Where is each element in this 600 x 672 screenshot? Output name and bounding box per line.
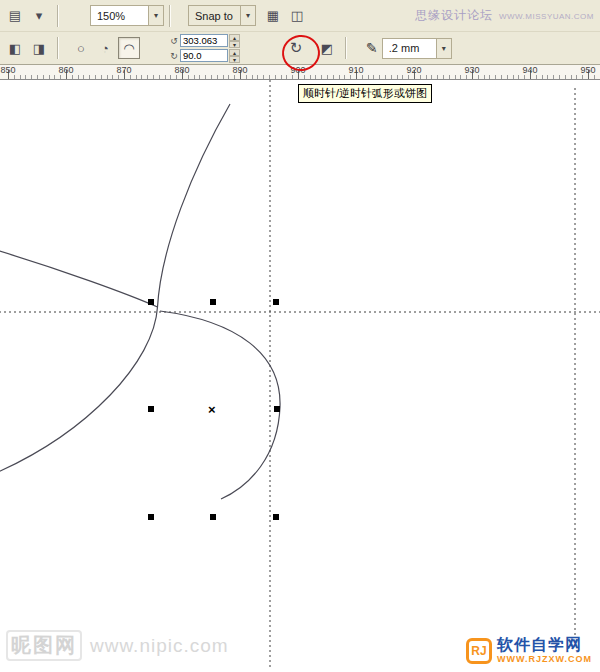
property-bar: ◧ ◨ ○ ◔ ◠ ↺ 303.063 ▴ ▾ ↻ 90.0 ▴ ▾ — [0, 32, 600, 65]
start-angle-input[interactable]: 303.063 — [180, 34, 228, 47]
view-button[interactable]: ◫ — [286, 5, 308, 27]
spin-up-icon[interactable]: ▴ — [229, 34, 240, 41]
ruler-label: 900 — [290, 65, 305, 75]
snap-to-label: Snap to — [189, 10, 240, 22]
curve-object-left-arc[interactable] — [0, 250, 158, 307]
ruler-label: 860 — [58, 65, 73, 75]
grid-icon: ▤ — [9, 8, 21, 23]
end-angle-input[interactable]: 90.0 — [180, 49, 228, 62]
arc-mode-button[interactable]: ◠ — [118, 37, 140, 59]
zoom-value: 150% — [91, 10, 148, 22]
ellipse-mode-button[interactable]: ○ — [70, 37, 92, 59]
rjzxw-title: 软件自学网 — [497, 637, 592, 653]
spin-up-icon[interactable]: ▴ — [229, 49, 240, 56]
end-angle-row: ↻ 90.0 ▴ ▾ — [168, 49, 240, 63]
ellipse-mode-group: ○ ◔ ◠ — [70, 37, 142, 59]
forum-name: 思缘设计论坛 — [415, 7, 493, 24]
spin-down-icon[interactable]: ▾ — [229, 56, 240, 63]
flyout-arrow-icon: ▾ — [36, 8, 43, 23]
rjzxw-logo-text: 软件自学网 WWW.RJZXW.COM — [497, 637, 592, 664]
toolbar-flyout-button[interactable]: ▾ — [28, 5, 50, 27]
nipic-watermark: 昵图网 www.nipic.com — [6, 630, 229, 661]
end-angle-icon: ↻ — [168, 51, 180, 61]
end-angle-spinner[interactable]: ▴ ▾ — [229, 49, 240, 63]
app-window: × ▤ ▾ 150% ▾ Snap to ▾ ▦ ◫ 思缘设计论坛 WWW.MI… — [0, 0, 600, 672]
snap-to-dropdown[interactable]: Snap to ▾ — [188, 5, 256, 26]
ruler-label: 870 — [116, 65, 131, 75]
ruler-label: 910 — [348, 65, 363, 75]
separator — [169, 5, 171, 27]
outline-width-value: .2 mm — [383, 42, 436, 54]
arc-icon: ◠ — [123, 41, 134, 56]
curve-object-large[interactable] — [0, 104, 230, 473]
tooltip: 顺时针/逆时针弧形或饼图 — [298, 84, 432, 103]
start-angle-row: ↺ 303.063 ▴ ▾ — [168, 34, 240, 48]
nipic-site-name: 昵图网 — [6, 630, 82, 661]
ruler-label: 920 — [406, 65, 421, 75]
options-icon: ▦ — [267, 8, 279, 23]
ellipse-icon: ○ — [77, 41, 85, 56]
selected-arc-object[interactable] — [160, 311, 280, 499]
node-left-icon: ◧ — [9, 41, 21, 56]
standard-toolbar: ▤ ▾ 150% ▾ Snap to ▾ ▦ ◫ 思缘设计论坛 WWW.MISS… — [0, 0, 600, 32]
node-right-icon: ◨ — [33, 41, 45, 56]
forum-url: WWW.MISSYUAN.COM — [499, 12, 594, 21]
node-edit-button-1[interactable]: ◧ — [4, 37, 26, 59]
pie-mode-button[interactable]: ◔ — [94, 37, 116, 59]
rjzxw-url: WWW.RJZXW.COM — [497, 655, 592, 664]
ruler-label: 940 — [522, 65, 537, 75]
object-center-marker[interactable]: × — [208, 403, 216, 416]
zoom-dropdown-arrow-icon[interactable]: ▾ — [148, 6, 163, 25]
forum-watermark: 思缘设计论坛 WWW.MISSYUAN.COM — [415, 7, 600, 24]
ruler-label: 890 — [232, 65, 247, 75]
outline-width-select[interactable]: .2 mm ▾ — [382, 38, 452, 59]
start-angle-icon: ↺ — [168, 36, 180, 46]
outline-pen-icon: ✎ — [366, 40, 378, 56]
rjzxw-logo-mark-icon: RJ — [466, 638, 492, 664]
order-icon: ◩ — [321, 41, 333, 56]
options-button[interactable]: ▦ — [262, 5, 284, 27]
spin-down-icon[interactable]: ▾ — [229, 41, 240, 48]
separator — [57, 5, 59, 27]
window-icon: ◫ — [291, 8, 303, 23]
node-edit-button-2[interactable]: ◨ — [28, 37, 50, 59]
rjzxw-logo: RJ 软件自学网 WWW.RJZXW.COM — [462, 635, 596, 666]
separator — [57, 37, 59, 59]
separator — [345, 37, 347, 59]
palette-icon[interactable]: ▤ — [4, 5, 26, 27]
nipic-url: www.nipic.com — [90, 635, 229, 657]
order-button[interactable]: ◩ — [316, 37, 338, 59]
horizontal-ruler[interactable]: 850860870880890900910920930940950 — [0, 65, 600, 80]
outline-dropdown-arrow-icon[interactable]: ▾ — [436, 39, 451, 58]
ruler-label: 950 — [580, 65, 595, 75]
arc-direction-button[interactable]: ↻ — [284, 36, 308, 60]
start-angle-spinner[interactable]: ▴ ▾ — [229, 34, 240, 48]
pie-icon: ◔ — [101, 41, 109, 56]
ruler-label: 930 — [464, 65, 479, 75]
snap-dropdown-arrow-icon[interactable]: ▾ — [240, 6, 255, 25]
arc-angle-controls: ↺ 303.063 ▴ ▾ ↻ 90.0 ▴ ▾ — [168, 34, 240, 63]
zoom-level-select[interactable]: 150% ▾ — [90, 5, 164, 26]
clockwise-arc-icon: ↻ — [290, 39, 303, 57]
ruler-label: 850 — [0, 65, 15, 75]
ruler-label: 880 — [174, 65, 189, 75]
